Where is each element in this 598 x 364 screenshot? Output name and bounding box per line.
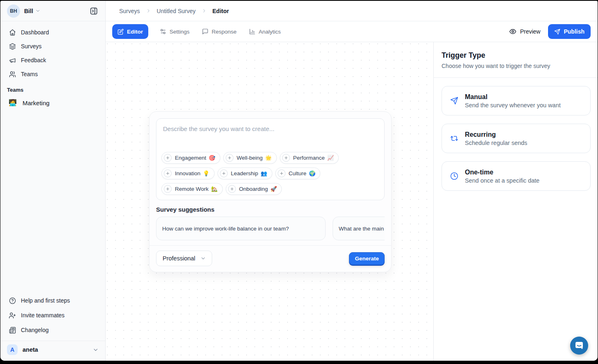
chevron-down-icon bbox=[93, 347, 99, 353]
help-circle-icon bbox=[9, 297, 16, 304]
topic-chip-leadership[interactable]: Leadership 👥 bbox=[217, 167, 272, 179]
tab-response[interactable]: Response bbox=[201, 24, 238, 39]
layers-icon bbox=[9, 43, 16, 50]
topic-chip-remote-work[interactable]: Remote Work 🏡 bbox=[161, 183, 223, 195]
tab-label: Response bbox=[212, 29, 237, 35]
preview-button[interactable]: Preview bbox=[509, 28, 541, 35]
newspaper-icon bbox=[9, 327, 16, 334]
generate-label: Generate bbox=[355, 255, 379, 262]
tone-selected-value: Professional bbox=[163, 255, 195, 262]
trigger-option-recurring[interactable]: Recurring Schedule regular sends bbox=[442, 124, 591, 153]
star-emoji-icon: 🌟 bbox=[265, 155, 272, 161]
trigger-option-title: Recurring bbox=[465, 131, 527, 138]
plus-icon bbox=[228, 185, 236, 193]
trigger-options: Manual Send the survey whenever you want… bbox=[434, 78, 598, 191]
megaphone-icon bbox=[9, 57, 16, 64]
chip-label: Culture bbox=[289, 170, 307, 176]
suggestion-card-work-life-balance[interactable]: How can we improve work-life balance in … bbox=[156, 217, 326, 240]
sidebar-item-dashboard[interactable]: Dashboard bbox=[4, 25, 102, 39]
suggestions-title: Survey suggestions bbox=[156, 206, 385, 213]
survey-suggestions: Survey suggestions How can we improve wo… bbox=[150, 200, 391, 240]
account-avatar: A bbox=[7, 344, 18, 355]
sidebar-item-surveys[interactable]: Surveys bbox=[4, 39, 102, 53]
sidebar-item-teams[interactable]: Teams bbox=[4, 67, 102, 81]
breadcrumb-surveys[interactable]: Surveys bbox=[119, 8, 140, 14]
tab-settings[interactable]: Settings bbox=[159, 24, 190, 39]
trigger-type-panel: Trigger Type Choose how you want to trig… bbox=[433, 42, 598, 361]
preview-label: Preview bbox=[520, 28, 541, 35]
suggestion-text: How can we improve work-life balance in … bbox=[162, 226, 289, 232]
chip-label: Leadership bbox=[231, 170, 258, 176]
technologist-emoji-icon: 🧑‍💻 bbox=[9, 99, 17, 106]
plus-icon bbox=[278, 170, 285, 177]
rocket-emoji-icon: 🚀 bbox=[270, 186, 277, 192]
trigger-option-manual[interactable]: Manual Send the survey whenever you want bbox=[442, 86, 591, 115]
tab-editor[interactable]: Editor bbox=[112, 24, 148, 39]
house-emoji-icon: 🏡 bbox=[211, 186, 217, 192]
sidebar-item-team-marketing[interactable]: 🧑‍💻 Marketing bbox=[4, 95, 102, 110]
user-plus-icon bbox=[9, 312, 16, 319]
plus-icon bbox=[220, 170, 228, 177]
workspace-name: Bill bbox=[24, 8, 33, 14]
topic-chip-performance[interactable]: Performance 📈 bbox=[280, 152, 339, 164]
team-name: Marketing bbox=[23, 99, 50, 106]
account-menu[interactable]: A aneta bbox=[0, 341, 105, 358]
survey-composer-card: Engagement 🎯 Well-being 🌟 Performance 📈 bbox=[149, 111, 392, 272]
chat-bubble-icon bbox=[574, 341, 584, 350]
survey-description-input[interactable] bbox=[161, 124, 379, 152]
sidebar-item-feedback[interactable]: Feedback bbox=[4, 53, 102, 67]
suggestion-text: What are the main ob bbox=[339, 226, 385, 232]
topic-chip-onboarding[interactable]: Onboarding 🚀 bbox=[226, 183, 282, 195]
app-window: BH Bill Dashboard Surv bbox=[0, 1, 598, 361]
plus-icon bbox=[282, 154, 290, 162]
panel-subtitle: Choose how you want to trigger the surve… bbox=[442, 63, 590, 69]
sidebar-item-label: Dashboard bbox=[21, 29, 49, 36]
suggestion-card-obstacles[interactable]: What are the main ob bbox=[333, 217, 385, 240]
tab-label: Editor bbox=[127, 29, 143, 35]
topic-chip-engagement[interactable]: Engagement 🎯 bbox=[161, 152, 220, 164]
tone-select[interactable]: Professional bbox=[156, 251, 212, 266]
chat-launcher-button[interactable] bbox=[570, 337, 588, 355]
sidebar-collapse-button[interactable] bbox=[88, 5, 100, 17]
trigger-option-desc: Schedule regular sends bbox=[465, 140, 527, 146]
chevron-down-icon bbox=[35, 8, 41, 14]
topic-chip-culture[interactable]: Culture 🌍 bbox=[275, 167, 321, 179]
topic-chip-well-being[interactable]: Well-being 🌟 bbox=[223, 152, 277, 164]
editor-canvas[interactable]: Engagement 🎯 Well-being 🌟 Performance 📈 bbox=[106, 42, 433, 361]
chip-label: Innovation bbox=[175, 170, 200, 176]
suggestions-row: How can we improve work-life balance in … bbox=[156, 217, 385, 240]
chip-label: Well-being bbox=[237, 155, 263, 161]
workspace-switcher[interactable]: BH Bill bbox=[0, 1, 105, 21]
message-square-icon bbox=[202, 28, 208, 35]
tab-analytics[interactable]: Analytics bbox=[248, 24, 282, 39]
chevron-right-icon bbox=[146, 8, 151, 14]
chart-emoji-icon: 📈 bbox=[327, 155, 334, 161]
sidebar-item-help[interactable]: Help and first steps bbox=[4, 293, 102, 308]
sidebar: BH Bill Dashboard Surv bbox=[0, 1, 106, 361]
eye-icon bbox=[509, 28, 516, 35]
chevron-down-icon bbox=[200, 255, 206, 261]
clock-icon bbox=[450, 172, 458, 180]
breadcrumb: Surveys Untitled Survey Editor bbox=[106, 1, 598, 21]
sidebar-item-label: Invite teammates bbox=[21, 312, 65, 319]
breadcrumb-untitled-survey[interactable]: Untitled Survey bbox=[157, 8, 196, 14]
sidebar-item-invite[interactable]: Invite teammates bbox=[4, 308, 102, 323]
trigger-option-one-time[interactable]: One-time Send once at a specific date bbox=[442, 161, 591, 191]
sidebar-item-changelog[interactable]: Changelog bbox=[4, 323, 102, 337]
workspace-avatar: BH bbox=[7, 5, 20, 18]
composer-footer: Professional Generate bbox=[150, 245, 391, 272]
publish-button[interactable]: Publish bbox=[548, 24, 591, 39]
topic-chips: Engagement 🎯 Well-being 🌟 Performance 📈 bbox=[161, 152, 379, 195]
repeat-icon bbox=[450, 134, 458, 142]
topic-chip-innovation[interactable]: Innovation 💡 bbox=[161, 167, 215, 179]
trigger-option-title: One-time bbox=[465, 169, 539, 176]
send-icon bbox=[554, 29, 560, 35]
sidebar-item-label: Help and first steps bbox=[21, 297, 70, 304]
chip-label: Remote Work bbox=[175, 186, 208, 192]
chip-label: Engagement bbox=[175, 155, 206, 161]
generate-button[interactable]: Generate bbox=[349, 252, 385, 265]
plus-icon bbox=[164, 154, 172, 162]
sidebar-nav: Dashboard Surveys Feedback Teams bbox=[0, 21, 105, 81]
home-icon bbox=[9, 29, 16, 36]
users-icon bbox=[9, 71, 16, 78]
